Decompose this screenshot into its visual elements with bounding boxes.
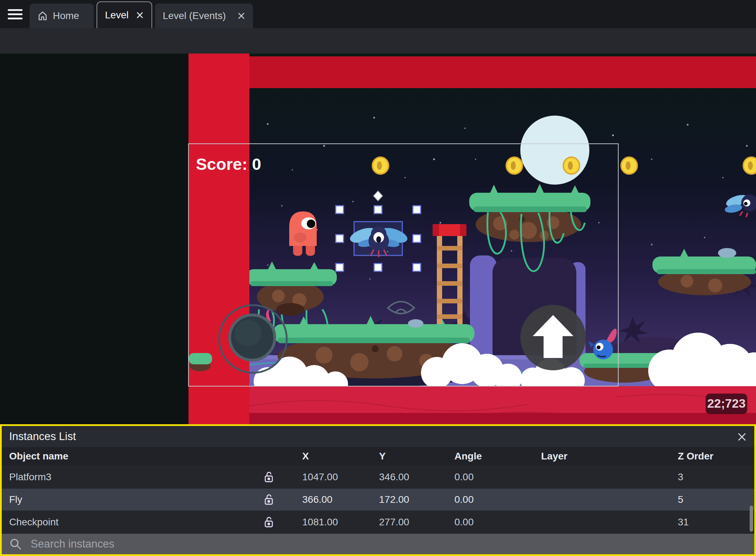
close-icon[interactable] — [136, 11, 144, 19]
instance-y: 277.00 — [373, 517, 448, 528]
unlock-icon[interactable] — [257, 516, 296, 528]
instance-z-order: 31 — [671, 517, 754, 528]
tab-level-events-label: Level (Events) — [163, 10, 226, 21]
instances-list-title: Instances List — [2, 426, 754, 447]
instances-list-panel: Instances List Object name X Y Angle Lay… — [0, 424, 756, 556]
instance-name: Platform3 — [2, 471, 257, 483]
search-icon — [10, 538, 21, 550]
table-row[interactable]: Platform3 1047.00 346.00 0.00 3 — [2, 466, 754, 488]
jump-button[interactable] — [520, 305, 586, 370]
main-toolbar: Preview Publish — [0, 28, 756, 54]
home-icon — [37, 11, 48, 21]
unlock-icon[interactable] — [257, 471, 296, 483]
table-row[interactable]: Checkpoint 1081.00 277.00 0.00 31 — [2, 511, 754, 533]
tab-level[interactable]: Level — [97, 1, 152, 28]
instance-x: 366.00 — [296, 494, 373, 505]
moon — [520, 116, 589, 185]
instance-angle: 0.00 — [448, 471, 535, 483]
column-x[interactable]: X — [296, 451, 373, 462]
instance-name: Fly — [2, 494, 257, 505]
canvas-outside-area — [0, 54, 188, 424]
tab-bar: Home Level Level (Events) — [0, 0, 756, 28]
table-row-selected[interactable]: Fly 366.00 172.00 0.00 5 — [2, 489, 754, 511]
instance-angle: 0.00 — [448, 494, 535, 505]
red-band-top — [249, 56, 756, 88]
scrollbar-thumb[interactable] — [750, 506, 753, 532]
platform-edge-left — [189, 353, 212, 371]
instance-name: Checkpoint — [2, 517, 257, 528]
instance-y: 346.00 — [373, 471, 448, 483]
instance-z-order: 3 — [671, 471, 754, 483]
search-input[interactable] — [30, 537, 664, 551]
tab-home[interactable]: Home — [30, 4, 94, 28]
instances-search-bar — [2, 534, 754, 554]
instance-angle: 0.00 — [448, 517, 535, 528]
instance-z-order: 5 — [671, 494, 754, 505]
editor-window: Home Level Level (Events) Preview — [0, 0, 756, 556]
tab-level-label: Level — [105, 10, 129, 21]
cursor-coordinates-text: 22;723 — [707, 396, 746, 410]
instance-y: 172.00 — [373, 494, 448, 505]
tab-level-events[interactable]: Level (Events) — [155, 4, 253, 28]
close-icon[interactable] — [237, 12, 245, 20]
unlock-icon[interactable] — [257, 494, 296, 506]
column-y[interactable]: Y — [373, 451, 448, 462]
scene-editor-canvas[interactable]: Score: 0 22;723 — [0, 54, 756, 424]
column-z-order[interactable]: Z Order — [671, 451, 754, 462]
score-text: Score: 0 — [196, 155, 261, 173]
menu-icon[interactable] — [8, 9, 23, 20]
instances-table-header: Object name X Y Angle Layer Z Order — [2, 447, 754, 465]
column-layer[interactable]: Layer — [535, 451, 671, 462]
column-object-name[interactable]: Object name — [2, 451, 257, 462]
scene-render: Score: 0 22;723 — [0, 54, 756, 424]
column-angle[interactable]: Angle — [448, 451, 535, 462]
instance-x: 1081.00 — [296, 517, 373, 528]
tab-home-label: Home — [53, 10, 79, 21]
close-icon[interactable] — [737, 432, 747, 442]
instance-x: 1047.00 — [296, 471, 373, 483]
fly-selected-instance[interactable] — [348, 222, 409, 257]
